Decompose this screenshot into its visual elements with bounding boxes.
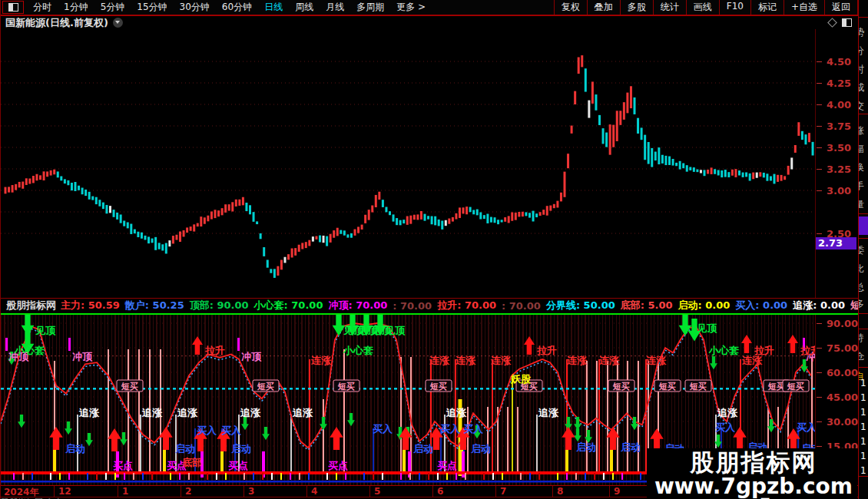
watermark: 股朋指标网 www.7gpzb.com (647, 448, 857, 497)
price-axis: 4.504.254.003.753.503.253.002.50 (815, 29, 859, 298)
period-item-0[interactable]: 分时 (27, 0, 58, 15)
svg-text:买点: 买点 (113, 460, 133, 471)
indicator-param-13: 短买: 0.00 (850, 299, 858, 312)
period-item-7[interactable]: 周线 (289, 0, 320, 15)
svg-text:连涨: 连涨 (645, 355, 667, 366)
tool-item-8[interactable]: 返回 (824, 0, 858, 15)
strip-glyph-fragment: 分 (858, 45, 864, 58)
svg-text:买入: 买入 (221, 425, 242, 436)
tool-item-7[interactable]: +自选 (784, 0, 824, 15)
date-label: 9 (614, 486, 620, 497)
svg-text:启动: 启动 (575, 441, 596, 453)
svg-text:小心套: 小心套 (14, 345, 45, 356)
svg-text:追涨: 追涨 (177, 407, 198, 418)
strip-glyph-fragment: 时 (858, 63, 864, 76)
indicator-param-8: 分界线: 50.00 (546, 299, 615, 312)
top-toolbar: 分时1分钟5分钟15分钟30分钟60分钟日线周线月线多周期更多 > 复权叠加多股… (1, 0, 858, 16)
svg-text:追涨: 追涨 (446, 407, 467, 418)
date-label: 2 (185, 486, 191, 497)
candlestick-chart[interactable]: 4.504.254.003.753.503.253.002.50 2.73 (1, 29, 858, 299)
right-side-strip[interactable]: 势分时成交涨幅换手量委比总多持仓自1111111 (858, 0, 868, 499)
diamond-marker-icon[interactable] (827, 18, 837, 28)
indicator-param-1: 散户: 50.25 (125, 299, 184, 312)
period-item-4[interactable]: 30分钟 (174, 0, 216, 15)
price-tick-label: 4.50 (827, 56, 851, 68)
svg-text:拉升: 拉升 (800, 345, 815, 356)
layout-toggle-button[interactable] (2, 1, 24, 14)
period-item-8[interactable]: 月线 (320, 0, 350, 15)
svg-text:启动: 启动 (174, 443, 195, 454)
indicator-tick-label: 90.00 (827, 318, 858, 329)
svg-text:妖股: 妖股 (510, 373, 532, 385)
chevron-down-icon[interactable] (113, 18, 123, 28)
tool-item-2[interactable]: 多股 (620, 0, 653, 15)
price-tick-label: 3.75 (827, 121, 851, 132)
svg-text:启动: 启动 (412, 443, 433, 454)
date-label: 7 (500, 486, 506, 497)
period-item-2[interactable]: 5分钟 (94, 0, 131, 15)
strip-glyph-fragment: 总 (858, 281, 864, 294)
svg-text:买入: 买入 (715, 421, 736, 433)
date-label: 4 (311, 486, 317, 497)
strip-glyph-fragment: 交 (858, 100, 864, 113)
period-item-5[interactable]: 60分钟 (216, 0, 258, 15)
indicator-param-3: 小心套: 70.00 (254, 299, 323, 312)
tool-item-4[interactable]: 画线 (686, 0, 719, 15)
svg-text:买入: 买入 (440, 423, 461, 435)
svg-text:冲顶: 冲顶 (72, 351, 93, 362)
svg-text:追涨: 追涨 (141, 407, 163, 418)
strip-glyph-fragment: 比 (858, 263, 864, 276)
indicator-param-2: 顶部: 90.00 (190, 299, 249, 312)
svg-text:启动: 启动 (620, 441, 641, 453)
svg-text:短买: 短买 (658, 382, 676, 392)
svg-text:短买: 短买 (429, 382, 447, 392)
candlestick-svg[interactable] (1, 29, 815, 297)
svg-text:连涨: 连涨 (490, 355, 512, 366)
svg-text:追涨: 追涨 (538, 407, 559, 418)
strip-glyph-fragment: 幅 (858, 143, 864, 156)
indicator-param-12: 追涨: 0.00 (793, 299, 845, 312)
svg-text:追涨: 追涨 (240, 407, 261, 418)
tool-item-6[interactable]: 标记 (750, 0, 784, 15)
indicator-param-5: : 70.00 (393, 300, 432, 312)
svg-text:买点: 买点 (437, 460, 457, 471)
indicator-header[interactable]: 股朋指标网 主力: 50.59散户: 50.25顶部: 90.00小心套: 70… (1, 299, 858, 312)
period-item-9[interactable]: 多周期 (350, 0, 390, 15)
strip-glyph-fragment: 量 (858, 198, 864, 211)
tool-item-5[interactable]: F10 (719, 0, 750, 15)
svg-text:追涨: 追涨 (292, 407, 313, 418)
strip-glyph-fragment: 势 (858, 26, 864, 39)
svg-text:启动: 启动 (65, 443, 85, 454)
svg-text:连涨: 连涨 (310, 355, 332, 366)
svg-text:买入: 买入 (197, 425, 217, 436)
tool-item-0[interactable]: 复权 (554, 0, 587, 15)
indicator-param-6: 拉升: 70.00 (437, 299, 496, 312)
svg-text:短买: 短买 (612, 382, 630, 392)
date-label: 1 (122, 486, 128, 497)
date-label: 5 (374, 486, 380, 497)
strip-glyph-fragment: 涨 (858, 124, 864, 137)
period-item-6[interactable]: 日线 (258, 0, 289, 15)
svg-text:启动: 启动 (230, 443, 251, 454)
window-layout-icon[interactable] (842, 18, 852, 27)
period-item-10[interactable]: 更多 > (390, 0, 432, 15)
svg-text:短买: 短买 (121, 382, 138, 392)
indicator-tick-label: 30.00 (827, 416, 858, 428)
period-item-1[interactable]: 1分钟 (58, 0, 94, 15)
svg-text:买入: 买入 (463, 423, 484, 435)
strip-digit: 1 (860, 407, 866, 418)
toolbar-actions: 复权叠加多股统计画线F10标记+自选返回 (554, 0, 858, 15)
tool-item-1[interactable]: 叠加 (587, 0, 620, 15)
strip-digit: 1 (860, 451, 866, 461)
period-item-3[interactable]: 15分钟 (131, 0, 173, 15)
strip-digit: 1 (860, 378, 866, 388)
indicator-param-7: : 70.00 (502, 300, 541, 312)
svg-text:拉升: 拉升 (204, 345, 225, 356)
tool-item-3[interactable]: 统计 (653, 0, 686, 15)
date-label: 12 (58, 486, 71, 497)
svg-text:买点: 买点 (228, 460, 248, 471)
indicator-param-4: 冲顶: 70.00 (328, 299, 387, 312)
svg-text:见顶: 见顶 (35, 325, 56, 336)
svg-text:买入: 买入 (797, 421, 815, 433)
indicator-param-10: 启动: 0.00 (678, 299, 731, 312)
